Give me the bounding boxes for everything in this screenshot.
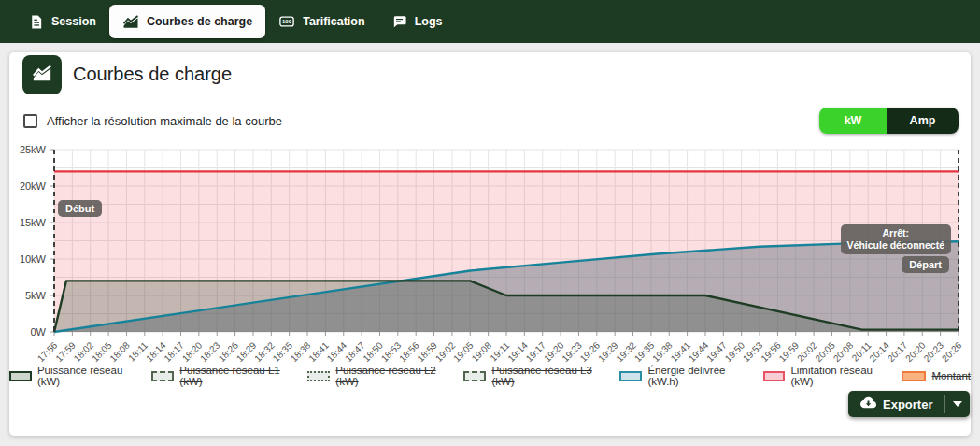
tab-label: Tarification: [303, 15, 364, 28]
svg-text:19:08: 19:08: [470, 339, 494, 364]
arret-badge-line2: Véhicule déconnecté: [847, 239, 944, 252]
svg-text:25kW: 25kW: [20, 144, 47, 155]
tab-label: Courbes de charge: [147, 15, 252, 28]
legend-swatch: [619, 371, 642, 381]
legend-swatch: [9, 371, 32, 381]
legend-label: Limitation réseau (kW): [790, 365, 888, 387]
legend-label: Énergie délivrée (kW.h): [647, 365, 748, 387]
tab-tarification[interactable]: 100 Tarification: [265, 5, 377, 38]
tab-logs[interactable]: Logs: [378, 5, 456, 38]
arret-badge: Arrêt: Véhicule déconnecté: [841, 224, 951, 254]
export-split-button: Exporter: [848, 391, 970, 417]
area-chart-icon: [32, 63, 52, 87]
app-header: Session Courbes de charge 100 Tarificati…: [0, 0, 980, 43]
chart-legend: Puissance réseau (kW)Puissance réseau L1…: [9, 365, 971, 387]
svg-text:100: 100: [282, 19, 292, 24]
max-resolution-checkbox[interactable]: [23, 114, 37, 128]
legend-label: Puissance réseau (kW): [37, 365, 138, 387]
legend-label: Montant: [931, 370, 971, 381]
card-title-tile: [22, 55, 62, 94]
arret-badge-line1: Arrêt:: [847, 227, 944, 239]
document-icon: [28, 14, 44, 30]
legend-swatch: [763, 371, 786, 381]
svg-text:18:08: 18:08: [107, 339, 132, 364]
tab-courbes-de-charge[interactable]: Courbes de charge: [109, 5, 265, 38]
legend-item[interactable]: Puissance réseau (kW): [9, 365, 137, 387]
legend-label: Puissance réseau L2 (kW): [335, 365, 449, 387]
legend-label: Puissance réseau L1 (kW): [179, 365, 293, 387]
legend-item[interactable]: Puissance réseau L2 (kW): [307, 365, 449, 387]
export-dropdown-button[interactable]: [945, 391, 970, 417]
kw-toggle-button[interactable]: kW: [819, 108, 887, 134]
legend-label: Puissance réseau L3 (kW): [491, 365, 605, 387]
legend-item[interactable]: Puissance réseau L3 (kW): [463, 365, 605, 387]
export-label: Exporter: [883, 397, 932, 411]
tab-session[interactable]: Session: [15, 5, 109, 38]
tab-label: Session: [51, 15, 96, 28]
debut-badge: Début: [58, 200, 102, 217]
page-title: Courbes de charge: [73, 64, 232, 85]
max-resolution-row: Afficher la résolution maximale de la co…: [23, 114, 282, 128]
svg-text:20kW: 20kW: [20, 180, 47, 192]
legend-item[interactable]: Puissance réseau L1 (kW): [151, 365, 293, 387]
legend-item[interactable]: Limitation réseau (kW): [763, 365, 888, 387]
legend-swatch: [151, 371, 174, 381]
cloud-download-icon: [860, 395, 876, 413]
legend-item[interactable]: Montant: [902, 370, 971, 381]
svg-text:15kW: 15kW: [20, 217, 47, 228]
export-button[interactable]: Exporter: [848, 391, 944, 417]
chat-icon: [391, 14, 407, 30]
max-resolution-label: Afficher la résolution maximale de la co…: [47, 114, 282, 128]
legend-swatch: [902, 371, 926, 381]
depart-badge: Départ: [902, 256, 949, 273]
tab-label: Logs: [415, 15, 443, 28]
unit-toggle: kW Amp: [819, 108, 959, 134]
svg-text:5kW: 5kW: [25, 290, 47, 301]
legend-swatch: [307, 371, 330, 381]
svg-text:10kW: 10kW: [20, 253, 47, 265]
legend-item[interactable]: Énergie délivrée (kW.h): [619, 365, 748, 387]
svg-text:0W: 0W: [31, 326, 47, 338]
legend-swatch: [463, 371, 486, 381]
amp-toggle-button[interactable]: Amp: [887, 108, 959, 134]
load-curve-chart[interactable]: 17:5617:5918:0218:0518:0818:1118:1418:17…: [13, 142, 966, 381]
svg-text:20:26: 20:26: [940, 339, 964, 364]
svg-text:20:08: 20:08: [831, 339, 856, 364]
chevron-down-icon: [953, 401, 962, 407]
load-curves-card: Courbes de charge Afficher la résolution…: [9, 52, 971, 436]
tariff-100-icon: 100: [278, 13, 295, 30]
chart-svg: 17:5617:5918:0218:0518:0818:1118:1418:17…: [13, 142, 966, 381]
area-chart-icon: [122, 13, 139, 30]
